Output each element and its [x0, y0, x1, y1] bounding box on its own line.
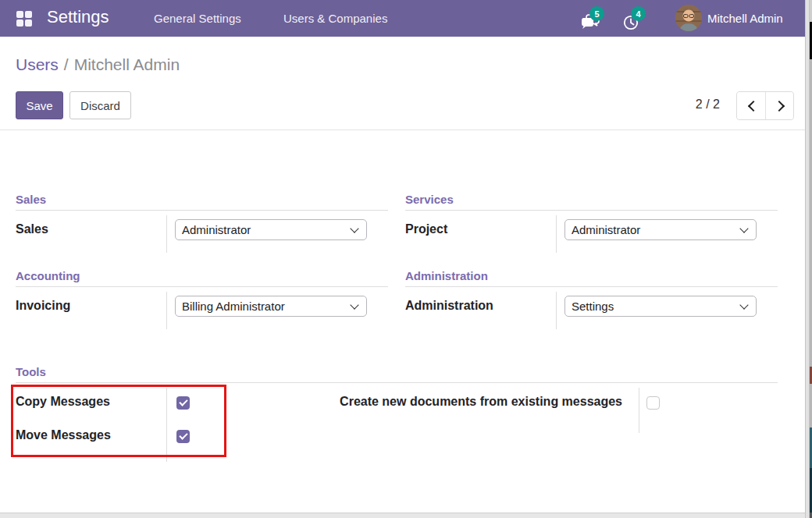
apps-menu-square	[25, 11, 32, 18]
chevron-down-icon	[739, 224, 748, 232]
sales-role-select[interactable]: Administrator	[175, 219, 367, 240]
field-label-move-messages: Move Messages	[16, 428, 111, 442]
field-separator	[166, 388, 167, 462]
field-label-administration: Administration	[405, 299, 493, 313]
odoo-settings-window: Settings General Settings Users & Compan…	[0, 0, 812, 518]
field-separator	[556, 292, 557, 329]
selected-value: Settings	[572, 300, 614, 313]
pager-next-button[interactable]	[766, 92, 794, 119]
apps-menu-square	[25, 20, 32, 27]
copy-messages-checkbox[interactable]	[176, 396, 190, 410]
section-divider	[16, 210, 388, 211]
selected-value: Administrator	[182, 223, 251, 236]
user-menu[interactable]: Mitchell Admin	[707, 12, 783, 25]
invoicing-role-select[interactable]: Billing Administrator	[175, 296, 367, 317]
section-divider	[405, 210, 778, 211]
create-documents-checkbox[interactable]	[646, 396, 660, 410]
menu-users-companies[interactable]: Users & Companies	[283, 12, 387, 25]
discard-button[interactable]: Discard	[69, 91, 131, 119]
section-divider	[16, 286, 388, 287]
chevron-down-icon	[350, 300, 358, 309]
pager-value[interactable]: 2 / 2	[668, 98, 720, 112]
breadcrumb-current: Mitchell Admin	[74, 55, 180, 74]
project-role-select[interactable]: Administrator	[564, 219, 757, 240]
field-label-project: Project	[405, 222, 447, 236]
field-separator	[639, 388, 639, 433]
top-navbar: Settings General Settings Users & Compan…	[0, 0, 805, 37]
chevron-down-icon	[739, 300, 748, 309]
field-separator	[556, 215, 557, 253]
section-title: Services	[405, 193, 454, 206]
section-title: Accounting	[16, 269, 80, 282]
apps-menu-square	[16, 11, 23, 18]
chevron-down-icon	[350, 224, 358, 232]
user-avatar[interactable]	[675, 5, 702, 31]
breadcrumb-users-link[interactable]: Users	[16, 55, 59, 74]
section-title: Sales	[16, 193, 46, 206]
activities-count-badge: 4	[631, 6, 646, 21]
administration-role-select[interactable]: Settings	[564, 296, 757, 317]
move-messages-checkbox[interactable]	[176, 430, 190, 443]
save-button[interactable]: Save	[16, 91, 63, 119]
chevron-left-icon	[748, 101, 759, 112]
horizontal-scrollbar[interactable]	[0, 513, 805, 518]
app-title[interactable]: Settings	[47, 7, 109, 27]
messages-count-badge: 5	[589, 6, 604, 21]
menu-general-settings[interactable]: General Settings	[154, 12, 241, 25]
field-label-sales: Sales	[16, 222, 48, 236]
pager	[736, 91, 794, 120]
pager-previous-button[interactable]	[737, 92, 766, 119]
messages-menu[interactable]: 5	[581, 13, 601, 30]
field-label-copy-messages: Copy Messages	[16, 395, 110, 409]
field-label-create-documents: Create new documents from existing messa…	[250, 395, 622, 409]
activities-menu[interactable]: 4	[622, 13, 643, 30]
section-title: Administration	[405, 269, 488, 282]
section-divider	[16, 382, 778, 383]
field-separator	[166, 215, 167, 253]
selected-value: Administrator	[572, 223, 640, 236]
field-label-invoicing: Invoicing	[16, 299, 70, 313]
apps-menu-square	[16, 20, 23, 27]
apps-menu-icon[interactable]	[16, 11, 32, 27]
breadcrumb-separator: /	[64, 55, 69, 74]
section-divider	[405, 286, 778, 287]
panel-divider	[0, 130, 805, 130]
section-title: Tools	[16, 365, 46, 378]
selected-value: Billing Administrator	[182, 300, 285, 313]
field-separator	[166, 292, 167, 329]
chevron-right-icon	[773, 101, 784, 112]
breadcrumb: Users / Mitchell Admin	[16, 55, 180, 74]
